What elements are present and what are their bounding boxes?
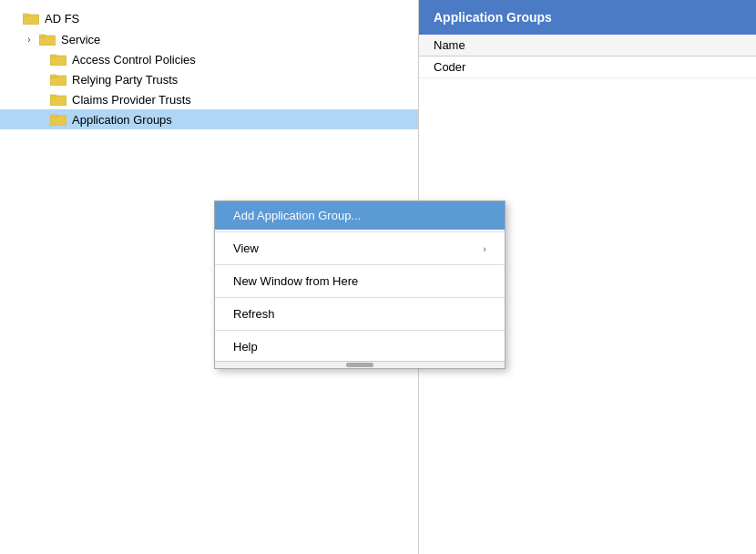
service-expander: ›	[22, 32, 36, 46]
refresh-label: Refresh	[233, 307, 275, 321]
appgroups-label: Application Groups	[72, 113, 172, 127]
service-label: Service	[61, 33, 100, 46]
context-menu-item-view[interactable]: View ›	[215, 234, 505, 262]
panel-title: Application Groups	[434, 10, 552, 25]
appgroups-folder-icon	[49, 112, 67, 127]
divider-2	[215, 264, 505, 265]
panel-header: Application Groups	[419, 0, 756, 35]
access-folder-icon	[49, 52, 67, 67]
context-menu: Add Application Group... View › New Wind…	[214, 200, 506, 369]
svg-rect-7	[50, 75, 56, 77]
tree-item-access-control[interactable]: Access Control Policies	[0, 49, 418, 69]
coder-cell: Coder	[434, 60, 465, 74]
appgroups-expander	[35, 112, 49, 127]
access-expander	[35, 52, 49, 67]
help-label: Help	[233, 340, 258, 354]
claims-expander	[35, 92, 49, 107]
claims-folder-icon	[49, 92, 67, 107]
expand-icon	[7, 11, 22, 26]
context-menu-item-new-window[interactable]: New Window from Here	[215, 267, 505, 295]
svg-rect-9	[50, 95, 56, 97]
tree-item-service[interactable]: › Service	[0, 29, 418, 49]
add-application-group-label: Add Application Group...	[233, 209, 361, 222]
view-submenu-arrow: ›	[483, 243, 486, 254]
service-folder-icon	[38, 32, 56, 46]
relying-expander	[35, 72, 49, 87]
context-menu-item-help[interactable]: Help	[215, 333, 505, 361]
context-menu-item-refresh[interactable]: Refresh	[215, 300, 505, 328]
table-header: Name	[419, 35, 756, 56]
tree-root-adfs[interactable]: AD FS	[0, 7, 418, 29]
tree-item-relying-party[interactable]: Relying Party Trusts	[0, 69, 418, 89]
scrollbar-thumb	[346, 363, 373, 367]
context-menu-item-add[interactable]: Add Application Group...	[215, 201, 505, 230]
svg-rect-3	[39, 35, 46, 37]
context-menu-scrollbar	[215, 361, 505, 368]
tree-item-application-groups[interactable]: Application Groups	[0, 109, 418, 129]
claims-label: Claims Provider Trusts	[72, 93, 191, 107]
table-row[interactable]: Coder	[419, 56, 756, 78]
divider-4	[215, 330, 505, 331]
server-icon	[22, 11, 40, 26]
adfs-label: AD FS	[45, 12, 79, 26]
relying-label: Relying Party Trusts	[72, 73, 178, 87]
name-column-header: Name	[434, 38, 465, 52]
svg-rect-1	[23, 14, 29, 16]
svg-rect-5	[50, 55, 56, 57]
divider-3	[215, 297, 505, 298]
access-label: Access Control Policies	[72, 53, 196, 67]
svg-rect-11	[50, 115, 56, 118]
divider-1	[215, 231, 505, 232]
new-window-label: New Window from Here	[233, 274, 358, 288]
tree-item-claims-provider[interactable]: Claims Provider Trusts	[0, 89, 418, 109]
view-label: View	[233, 241, 259, 255]
relying-folder-icon	[49, 72, 67, 87]
